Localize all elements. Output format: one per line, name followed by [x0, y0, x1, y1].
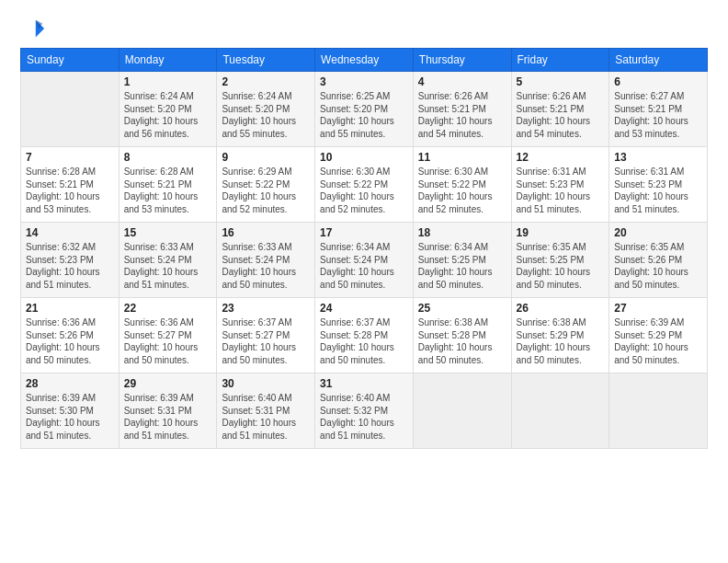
- cell-info-line: Daylight: 10 hours: [517, 341, 605, 354]
- cell-info-line: Sunrise: 6:24 AM: [124, 90, 212, 103]
- day-number: 18: [418, 226, 506, 239]
- cell-info-line: Sunrise: 6:31 AM: [517, 166, 605, 178]
- day-number: 23: [222, 302, 310, 315]
- calendar-cell: 15Sunrise: 6:33 AMSunset: 5:24 PMDayligh…: [119, 223, 217, 298]
- day-number: 6: [614, 75, 702, 88]
- day-number: 9: [222, 151, 310, 164]
- weekday-header: Tuesday: [217, 49, 315, 72]
- cell-info-line: and 52 minutes.: [418, 203, 506, 216]
- cell-info-line: and 50 minutes.: [418, 354, 506, 367]
- cell-info-line: and 50 minutes.: [320, 354, 408, 367]
- cell-info-line: Daylight: 10 hours: [614, 190, 702, 203]
- calendar-row: 1Sunrise: 6:24 AMSunset: 5:20 PMDaylight…: [21, 72, 708, 147]
- calendar-cell: 23Sunrise: 6:37 AMSunset: 5:27 PMDayligh…: [217, 298, 315, 373]
- cell-info-line: Daylight: 10 hours: [124, 341, 212, 354]
- cell-info-line: Sunrise: 6:36 AM: [124, 316, 212, 329]
- day-number: 2: [222, 75, 310, 88]
- day-number: 3: [320, 75, 408, 88]
- header: [20, 17, 708, 42]
- cell-info-line: Sunrise: 6:33 AM: [222, 241, 310, 254]
- cell-info-line: Daylight: 10 hours: [614, 266, 702, 279]
- cell-info-line: Daylight: 10 hours: [26, 417, 114, 430]
- cell-info-line: and 50 minutes.: [124, 354, 212, 367]
- cell-info-line: Sunrise: 6:38 AM: [418, 316, 506, 329]
- cell-info-line: and 54 minutes.: [517, 128, 605, 141]
- cell-info-line: Sunset: 5:21 PM: [418, 103, 506, 116]
- day-number: 30: [222, 377, 310, 390]
- day-number: 1: [124, 75, 212, 88]
- cell-info-line: Sunset: 5:30 PM: [26, 405, 114, 418]
- cell-info-line: Sunset: 5:21 PM: [517, 103, 605, 116]
- calendar-cell: 22Sunrise: 6:36 AMSunset: 5:27 PMDayligh…: [119, 298, 217, 373]
- cell-info-line: Sunset: 5:28 PM: [418, 329, 506, 342]
- calendar-row: 14Sunrise: 6:32 AMSunset: 5:23 PMDayligh…: [21, 223, 708, 298]
- calendar-table: SundayMondayTuesdayWednesdayThursdayFrid…: [20, 48, 708, 449]
- cell-info-line: Daylight: 10 hours: [124, 190, 212, 203]
- day-number: 31: [320, 377, 408, 390]
- calendar-cell: 30Sunrise: 6:40 AMSunset: 5:31 PMDayligh…: [217, 373, 315, 449]
- calendar-cell: 16Sunrise: 6:33 AMSunset: 5:24 PMDayligh…: [217, 223, 315, 298]
- cell-info-line: Sunset: 5:28 PM: [320, 329, 408, 342]
- page: SundayMondayTuesdayWednesdayThursdayFrid…: [0, 0, 728, 563]
- cell-info-line: Daylight: 10 hours: [222, 341, 310, 354]
- calendar-cell: 25Sunrise: 6:38 AMSunset: 5:28 PMDayligh…: [413, 298, 511, 373]
- calendar-cell: 17Sunrise: 6:34 AMSunset: 5:24 PMDayligh…: [315, 223, 414, 298]
- calendar-cell: 19Sunrise: 6:35 AMSunset: 5:25 PMDayligh…: [511, 223, 609, 298]
- cell-info-line: Sunset: 5:21 PM: [26, 178, 114, 191]
- cell-info-line: and 54 minutes.: [418, 128, 506, 141]
- cell-info-line: Sunrise: 6:34 AM: [418, 241, 506, 254]
- cell-info-line: Daylight: 10 hours: [320, 417, 408, 430]
- calendar-cell: 11Sunrise: 6:30 AMSunset: 5:22 PMDayligh…: [413, 147, 511, 223]
- cell-info-line: and 52 minutes.: [222, 203, 310, 216]
- day-number: 13: [614, 151, 702, 164]
- day-number: 29: [124, 377, 212, 390]
- cell-info-line: Daylight: 10 hours: [320, 341, 408, 354]
- calendar-cell: 24Sunrise: 6:37 AMSunset: 5:28 PMDayligh…: [315, 298, 414, 373]
- cell-info-line: Sunset: 5:31 PM: [124, 405, 212, 418]
- cell-info-line: Sunset: 5:22 PM: [222, 178, 310, 191]
- cell-info-line: Daylight: 10 hours: [517, 115, 605, 128]
- cell-info-line: and 50 minutes.: [418, 279, 506, 292]
- cell-info-line: Sunrise: 6:26 AM: [517, 90, 605, 103]
- cell-info-line: Sunrise: 6:29 AM: [222, 166, 310, 178]
- calendar-cell: 4Sunrise: 6:26 AMSunset: 5:21 PMDaylight…: [413, 72, 511, 147]
- cell-info-line: Sunrise: 6:32 AM: [26, 241, 114, 254]
- cell-info-line: and 50 minutes.: [517, 279, 605, 292]
- weekday-header: Sunday: [21, 49, 119, 72]
- cell-info-line: Sunset: 5:31 PM: [222, 405, 310, 418]
- cell-info-line: Daylight: 10 hours: [222, 417, 310, 430]
- cell-info-line: Sunrise: 6:35 AM: [517, 241, 605, 254]
- cell-info-line: Sunset: 5:24 PM: [320, 254, 408, 267]
- calendar-cell: 26Sunrise: 6:38 AMSunset: 5:29 PMDayligh…: [511, 298, 609, 373]
- cell-info-line: and 50 minutes.: [26, 354, 114, 367]
- cell-info-line: and 50 minutes.: [320, 279, 408, 292]
- calendar-cell: 8Sunrise: 6:28 AMSunset: 5:21 PMDaylight…: [119, 147, 217, 223]
- day-number: 19: [517, 226, 605, 239]
- cell-info-line: Sunrise: 6:28 AM: [26, 166, 114, 178]
- cell-info-line: Daylight: 10 hours: [418, 115, 506, 128]
- calendar-cell: 27Sunrise: 6:39 AMSunset: 5:29 PMDayligh…: [609, 298, 708, 373]
- weekday-header: Saturday: [609, 49, 708, 72]
- day-number: 26: [517, 302, 605, 315]
- cell-info-line: Sunrise: 6:30 AM: [320, 166, 408, 178]
- calendar-cell: 2Sunrise: 6:24 AMSunset: 5:20 PMDaylight…: [217, 72, 315, 147]
- cell-info-line: Daylight: 10 hours: [320, 266, 408, 279]
- cell-info-line: Sunrise: 6:40 AM: [222, 392, 310, 405]
- cell-info-line: Daylight: 10 hours: [517, 190, 605, 203]
- cell-info-line: Daylight: 10 hours: [517, 266, 605, 279]
- cell-info-line: Sunrise: 6:30 AM: [418, 166, 506, 178]
- calendar-cell: 7Sunrise: 6:28 AMSunset: 5:21 PMDaylight…: [21, 147, 119, 223]
- cell-info-line: Daylight: 10 hours: [418, 190, 506, 203]
- cell-info-line: and 56 minutes.: [124, 128, 212, 141]
- cell-info-line: and 50 minutes.: [517, 354, 605, 367]
- cell-info-line: Sunset: 5:23 PM: [614, 178, 702, 191]
- cell-info-line: and 51 minutes.: [222, 430, 310, 442]
- calendar-row: 7Sunrise: 6:28 AMSunset: 5:21 PMDaylight…: [21, 147, 708, 223]
- cell-info-line: Daylight: 10 hours: [222, 266, 310, 279]
- cell-info-line: and 51 minutes.: [124, 279, 212, 292]
- cell-info-line: Sunset: 5:24 PM: [222, 254, 310, 267]
- cell-info-line: Sunset: 5:25 PM: [517, 254, 605, 267]
- cell-info-line: Daylight: 10 hours: [26, 341, 114, 354]
- cell-info-line: Daylight: 10 hours: [320, 190, 408, 203]
- cell-info-line: and 51 minutes.: [320, 430, 408, 442]
